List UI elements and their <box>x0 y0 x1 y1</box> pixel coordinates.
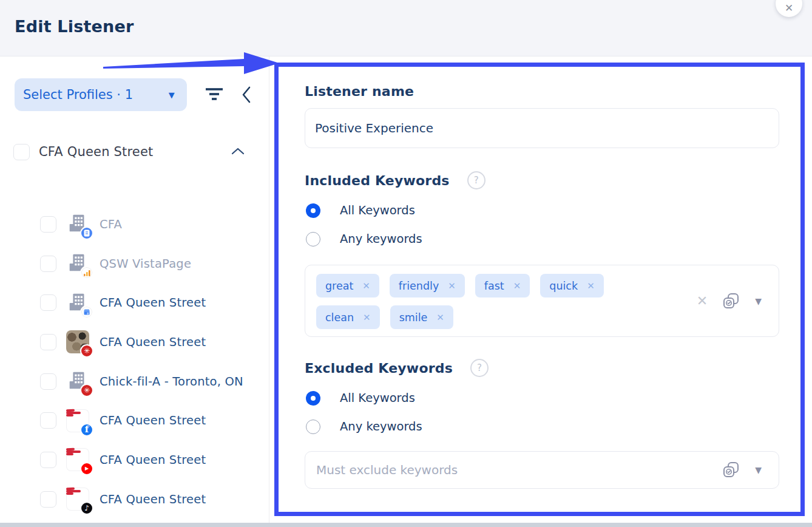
profile-row-facebook[interactable]: f CFA Queen Street <box>0 401 269 440</box>
listener-name-label: Listener name <box>305 84 780 99</box>
profile-group-row[interactable]: CFA Queen Street <box>13 143 256 160</box>
radio-label: Any keywords <box>340 232 422 246</box>
script-logo-avatar: f <box>66 409 89 432</box>
listener-name-input[interactable] <box>305 109 779 148</box>
question-mark: ? <box>477 362 482 373</box>
profile-name: CFA Queen Street <box>100 453 206 467</box>
profile-checkbox[interactable] <box>40 452 56 468</box>
included-help-icon[interactable]: ? <box>467 171 486 189</box>
close-icon: ✕ <box>785 2 793 14</box>
expand-excluded-icon[interactable]: ▼ <box>755 465 762 475</box>
radio-selected-icon[interactable] <box>306 391 320 406</box>
profile-row-vistapage[interactable]: QSW VistaPage <box>0 244 269 284</box>
excluded-keywords-box: ▼ <box>305 451 779 489</box>
yelp-badge-icon: ✳ <box>80 384 93 397</box>
profile-checkbox[interactable] <box>40 412 56 429</box>
clear-all-keywords-icon[interactable]: ✕ <box>697 293 708 308</box>
keyword-chip[interactable]: quick ✕ <box>540 274 603 298</box>
profile-row-yelp-building[interactable]: ✳ Chick-fil-A - Toronto, ON <box>0 362 269 401</box>
keyword-chips: great ✕ friendly ✕ fast ✕ quick ✕ clean <box>316 273 672 329</box>
profile-name: QSW VistaPage <box>100 257 191 271</box>
expand-keywords-icon[interactable]: ▼ <box>755 296 762 306</box>
profile-checkbox[interactable] <box>40 491 56 508</box>
sidebar-toolbar: Select Profiles · 1 ▼ <box>15 78 257 111</box>
analytics-badge-icon <box>80 266 93 279</box>
chip-label: great <box>325 280 353 292</box>
included-any-keywords-option[interactable]: Any keywords <box>305 231 780 246</box>
remove-keyword-icon[interactable]: ✕ <box>448 280 456 291</box>
keyword-chip[interactable]: fast ✕ <box>475 274 530 298</box>
profile-list: CFA QSW VistaPage <box>0 205 269 527</box>
profile-row-youtube[interactable]: ▶ CFA Queen Street <box>0 440 269 480</box>
profile-checkbox[interactable] <box>40 334 56 350</box>
remove-keyword-icon[interactable]: ✕ <box>436 312 444 323</box>
remove-keyword-icon[interactable]: ✕ <box>513 280 521 291</box>
radio-selected-icon[interactable] <box>306 203 320 218</box>
listing-badge-icon <box>80 226 93 240</box>
building-avatar <box>66 291 89 314</box>
excluded-any-keywords-option[interactable]: Any keywords <box>305 419 780 434</box>
script-logo-avatar: ♪ <box>66 488 89 511</box>
included-keywords-box[interactable]: great ✕ friendly ✕ fast ✕ quick ✕ clean <box>305 265 779 337</box>
profile-checkbox[interactable] <box>40 256 56 272</box>
profile-checkbox[interactable] <box>40 216 56 233</box>
select-profiles-dropdown[interactable]: Select Profiles · 1 ▼ <box>15 78 187 111</box>
profile-name: CFA Queen Street <box>100 413 206 427</box>
listener-form-panel: Listener name Included Keywords ? All Ke… <box>274 63 805 516</box>
keyword-chip[interactable]: friendly ✕ <box>390 274 465 298</box>
profile-row-gbp[interactable]: CFA Queen Street <box>0 283 269 322</box>
excluded-all-keywords-option[interactable]: All Keywords <box>305 390 780 406</box>
excluded-help-icon[interactable]: ? <box>470 359 489 377</box>
chevron-up-icon[interactable] <box>231 146 245 158</box>
radio-label: All Keywords <box>340 391 415 405</box>
chevron-down-icon: ▼ <box>169 90 175 100</box>
tiktok-badge-icon: ♪ <box>80 501 93 515</box>
excluded-keywords-input[interactable] <box>316 463 722 477</box>
photo-avatar: ✳ <box>66 330 89 353</box>
profile-name: Chick-fil-A - Toronto, ON <box>100 375 243 389</box>
profiles-sidebar: Select Profiles · 1 ▼ CFA Queen Street <box>0 56 269 527</box>
collapse-sidebar-button[interactable] <box>236 81 257 108</box>
profile-checkbox[interactable] <box>40 294 56 311</box>
facebook-badge-icon: f <box>80 423 93 437</box>
question-mark: ? <box>474 175 479 186</box>
profile-name: CFA Queen Street <box>100 296 206 310</box>
keyword-chip[interactable]: great ✕ <box>316 274 379 298</box>
chip-label: friendly <box>399 280 439 292</box>
script-logo-avatar: ▶ <box>66 448 89 471</box>
profile-row-yelp-photo[interactable]: ✳ CFA Queen Street <box>0 322 269 362</box>
building-avatar <box>66 252 89 275</box>
profile-row-tiktok[interactable]: ♪ CFA Queen Street <box>0 480 269 519</box>
annotation-arrow <box>103 51 280 79</box>
radio-label: All Keywords <box>340 203 415 217</box>
building-avatar: ✳ <box>66 370 89 393</box>
select-profiles-label: Select Profiles · 1 <box>23 87 133 102</box>
radio-label: Any keywords <box>340 420 422 433</box>
horizontal-scrollbar[interactable] <box>0 523 812 527</box>
keyword-chip[interactable]: clean ✕ <box>316 305 380 329</box>
remove-keyword-icon[interactable]: ✕ <box>363 312 371 323</box>
chip-label: quick <box>549 280 578 292</box>
profile-checkbox[interactable] <box>40 373 56 390</box>
chip-label: smile <box>399 311 428 324</box>
group-checkbox[interactable] <box>13 144 30 160</box>
remove-keyword-icon[interactable]: ✕ <box>587 280 595 291</box>
profile-name: CFA Queen Street <box>100 492 206 506</box>
radio-unselected-icon[interactable] <box>306 420 320 434</box>
excluded-keywords-label: Excluded Keywords <box>305 361 453 376</box>
profile-name: CFA <box>100 217 122 231</box>
included-all-keywords-option[interactable]: All Keywords <box>305 203 780 218</box>
remove-keyword-icon[interactable]: ✕ <box>362 280 370 291</box>
keyword-chip[interactable]: smile ✕ <box>390 305 453 329</box>
profile-row-cfa-listing[interactable]: CFA <box>0 205 269 244</box>
copy-keywords-icon[interactable] <box>722 292 740 310</box>
profile-name: CFA Queen Street <box>100 335 206 349</box>
radio-unselected-icon[interactable] <box>306 232 320 246</box>
filter-button[interactable] <box>201 81 228 108</box>
filter-icon <box>205 87 224 103</box>
page-title: Edit Listener <box>15 17 134 36</box>
copy-excluded-icon[interactable] <box>722 461 740 479</box>
page-header: Edit Listener <box>0 0 812 56</box>
listener-name-field <box>305 108 779 148</box>
chevron-left-icon <box>241 86 252 104</box>
